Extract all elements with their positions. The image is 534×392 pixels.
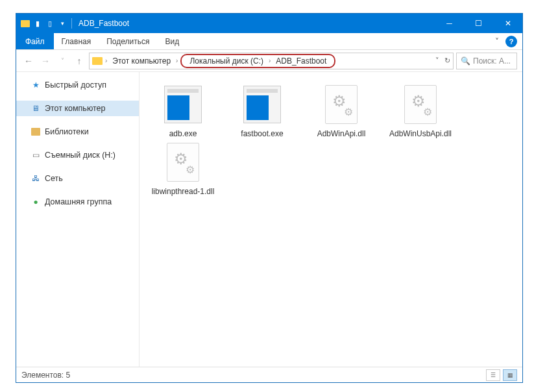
ribbon-expand-icon[interactable]: ˅ [495, 37, 499, 46]
qat-properties-icon[interactable]: ▮ [32, 18, 43, 29]
address-folder-icon [92, 57, 103, 65]
navigation-pane: ★ Быстрый доступ 🖥 Этот компьютер Библио… [16, 72, 140, 367]
status-text: Элементов: 5 [21, 371, 70, 380]
explorer-body: ★ Быстрый доступ 🖥 Этот компьютер Библио… [16, 72, 522, 367]
sidebar-item-quick-access[interactable]: ★ Быстрый доступ [16, 77, 139, 93]
ribbon-tabs: Файл Главная Поделиться Вид ˅ ? [16, 33, 522, 50]
file-label: adb.exe [169, 129, 197, 139]
address-bar[interactable]: › Этот компьютер › Локальный диск (C:) ›… [89, 53, 454, 69]
qat-dropdown-icon[interactable]: ▾ [57, 18, 67, 29]
homegroup-icon: ● [30, 197, 41, 207]
titlebar-divider [71, 18, 72, 29]
dll-icon: ⚙⚙ [325, 85, 358, 124]
file-item[interactable]: fastboot.exe [229, 84, 295, 139]
search-input[interactable]: 🔍 Поиск: A... [456, 53, 517, 69]
breadcrumb-sep: › [105, 57, 107, 64]
address-history-icon[interactable]: ˅ [435, 56, 439, 65]
breadcrumb-sep: › [176, 57, 178, 64]
breadcrumb-folder[interactable]: ADB_Fastboot [273, 56, 329, 66]
exe-icon [243, 86, 281, 123]
maximize-button[interactable]: ☐ [464, 14, 493, 33]
network-icon: 🖧 [30, 173, 41, 184]
sidebar-item-label: Этот компьютер [45, 104, 105, 113]
close-button[interactable]: ✕ [493, 14, 522, 33]
file-tab[interactable]: Файл [16, 33, 54, 49]
exe-icon [164, 86, 202, 123]
tab-home[interactable]: Главная [54, 33, 99, 49]
recent-dropdown-icon[interactable]: ˅ [55, 54, 69, 68]
search-icon: 🔍 [461, 56, 470, 66]
refresh-icon[interactable]: ↻ [444, 56, 450, 65]
sidebar-item-libraries[interactable]: Библиотеки [16, 124, 139, 140]
breadcrumb-sep: › [269, 57, 271, 64]
search-placeholder: Поиск: A... [473, 56, 511, 66]
explorer-window: ▮ ▯ ▾ ADB_Fastboot ─ ☐ ✕ Файл Главная По… [16, 13, 523, 383]
dll-icon: ⚙⚙ [404, 85, 437, 124]
tab-view[interactable]: Вид [157, 33, 187, 49]
file-item[interactable]: ⚙⚙ AdbWinUsbApi.dll [387, 84, 454, 139]
dll-icon: ⚙⚙ [167, 143, 199, 182]
forward-button[interactable]: → [38, 54, 53, 68]
breadcrumb-drive[interactable]: Локальный диск (C:) [187, 56, 266, 66]
file-item[interactable]: adb.exe [150, 84, 216, 139]
sidebar-item-this-pc[interactable]: 🖥 Этот компьютер [16, 101, 139, 116]
up-button[interactable]: ↑ [72, 54, 86, 68]
file-label: AdbWinUsbApi.dll [389, 129, 452, 139]
back-button[interactable]: ← [21, 54, 36, 68]
file-pane[interactable]: adb.exe fastboot.exe ⚙⚙ AdbWinApi.dll ⚙⚙… [140, 72, 522, 367]
status-bar: Элементов: 5 ☰ ▦ [16, 367, 522, 382]
view-large-icons-button[interactable]: ▦ [503, 369, 517, 381]
sidebar-item-label: Съемный диск (H:) [45, 151, 115, 160]
minimize-button[interactable]: ─ [435, 14, 464, 33]
library-icon [30, 127, 41, 137]
breadcrumb-root[interactable]: Этот компьютер [110, 56, 173, 66]
file-item[interactable]: ⚙⚙ libwinpthread-1.dll [150, 141, 216, 197]
sidebar-item-label: Домашняя группа [45, 197, 112, 206]
folder-icon [20, 18, 30, 29]
sidebar-item-label: Быстрый доступ [45, 80, 106, 90]
sidebar-item-label: Библиотеки [45, 127, 89, 136]
pc-icon: 🖥 [30, 103, 41, 114]
sidebar-item-homegroup[interactable]: ● Домашняя группа [16, 194, 139, 210]
title-bar: ▮ ▯ ▾ ADB_Fastboot ─ ☐ ✕ [16, 14, 522, 33]
file-label: libwinpthread-1.dll [152, 187, 215, 197]
sidebar-item-removable-disk[interactable]: ▭ Съемный диск (H:) [16, 147, 139, 163]
sidebar-item-label: Сеть [45, 174, 63, 183]
file-label: AdbWinApi.dll [317, 129, 366, 139]
view-details-button[interactable]: ☰ [486, 369, 500, 381]
qat-new-icon[interactable]: ▯ [45, 18, 55, 29]
window-controls: ─ ☐ ✕ [435, 14, 522, 33]
sidebar-item-network[interactable]: 🖧 Сеть [16, 171, 139, 186]
help-icon[interactable]: ? [505, 36, 517, 47]
star-icon: ★ [30, 80, 41, 90]
breadcrumb-highlight: Локальный диск (C:) › ADB_Fastboot [180, 54, 335, 68]
file-item[interactable]: ⚙⚙ AdbWinApi.dll [308, 84, 374, 139]
navigation-bar: ← → ˅ ↑ › Этот компьютер › Локальный дис… [16, 50, 522, 72]
tab-share[interactable]: Поделиться [99, 33, 157, 49]
drive-icon: ▭ [30, 150, 41, 160]
file-label: fastboot.exe [241, 129, 283, 139]
window-title: ADB_Fastboot [79, 19, 129, 28]
